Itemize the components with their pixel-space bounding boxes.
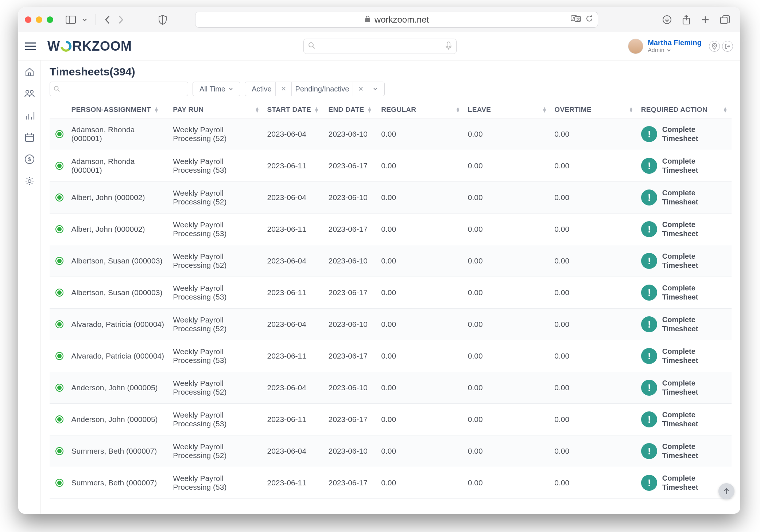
- global-search-input[interactable]: [303, 39, 457, 54]
- chip-remove-pending[interactable]: ✕: [353, 82, 369, 96]
- side-nav: $: [18, 60, 41, 514]
- share-icon[interactable]: [682, 15, 691, 25]
- svg-text:$: $: [28, 156, 31, 162]
- action-label-line1: Complete: [662, 157, 698, 166]
- nav-forward-icon[interactable]: [117, 15, 124, 25]
- user-name-link[interactable]: Martha Fleming: [648, 39, 702, 47]
- window-minimize-button[interactable]: [36, 16, 42, 23]
- required-action-link[interactable]: ! Complete Timesheet: [641, 220, 728, 238]
- logout-icon[interactable]: [722, 41, 733, 52]
- cell-leave: 0.00: [464, 277, 551, 309]
- nav-people-icon[interactable]: [23, 87, 36, 100]
- nav-settings-icon[interactable]: [23, 175, 36, 187]
- url-bar[interactable]: workzoom.net A文: [195, 12, 598, 28]
- table-row[interactable]: Anderson, John (000005) Weekly Payroll P…: [50, 372, 732, 404]
- table-row[interactable]: Albert, John (000002) Weekly Payroll Pro…: [50, 214, 732, 245]
- table-row[interactable]: Albertson, Susan (000003) Weekly Payroll…: [50, 245, 732, 277]
- cell-leave: 0.00: [464, 435, 551, 467]
- alert-icon: !: [641, 316, 657, 332]
- table-row[interactable]: Alvarado, Patricia (000004) Weekly Payro…: [50, 309, 732, 340]
- col-header-regular[interactable]: REGULAR▲▼: [377, 101, 464, 118]
- page-title: Timesheets(394): [50, 66, 732, 78]
- cell-person: Albertson, Susan (000003): [68, 245, 170, 277]
- action-label-line2: Timesheet: [662, 197, 698, 207]
- tabs-icon[interactable]: [720, 15, 730, 24]
- cell-overtime: 0.00: [551, 182, 637, 214]
- cell-overtime: 0.00: [551, 435, 637, 467]
- svg-point-18: [309, 43, 313, 47]
- table-row[interactable]: Adamson, Rhonda (000001) Weekly Payroll …: [50, 118, 732, 150]
- menu-toggle-button[interactable]: [23, 38, 39, 54]
- shield-icon[interactable]: [158, 15, 167, 25]
- col-header-end[interactable]: END DATE▲▼: [325, 101, 377, 118]
- scroll-to-top-button[interactable]: [718, 483, 734, 499]
- required-action-link[interactable]: ! Complete Timesheet: [641, 157, 728, 175]
- col-header-leave[interactable]: LEAVE▲▼: [464, 101, 551, 118]
- cell-end-date: 2023-06-17: [325, 404, 377, 435]
- cell-regular: 0.00: [377, 309, 464, 340]
- col-header-start[interactable]: START DATE▲▼: [264, 101, 325, 118]
- app-logo[interactable]: W RKZOOM: [47, 39, 132, 54]
- download-icon[interactable]: [662, 15, 672, 24]
- nav-money-icon[interactable]: $: [23, 153, 36, 165]
- reload-icon[interactable]: [585, 15, 593, 25]
- table-row[interactable]: Alvarado, Patricia (000004) Weekly Payro…: [50, 340, 732, 372]
- avatar[interactable]: [628, 39, 643, 54]
- alert-icon: !: [641, 253, 657, 269]
- cell-overtime: 0.00: [551, 277, 637, 309]
- required-action-link[interactable]: ! Complete Timesheet: [641, 315, 728, 333]
- user-role-dropdown[interactable]: Admin: [648, 47, 702, 54]
- required-action-link[interactable]: ! Complete Timesheet: [641, 125, 728, 143]
- cell-regular: 0.00: [377, 435, 464, 467]
- window-close-button[interactable]: [25, 16, 31, 23]
- microphone-icon[interactable]: [445, 41, 452, 51]
- table-row[interactable]: Albert, John (000002) Weekly Payroll Pro…: [50, 182, 732, 214]
- tab-dropdown-icon[interactable]: [82, 17, 88, 23]
- table-row[interactable]: Albertson, Susan (000003) Weekly Payroll…: [50, 277, 732, 309]
- required-action-link[interactable]: ! Complete Timesheet: [641, 442, 728, 460]
- time-filter-dropdown[interactable]: All Time: [193, 82, 240, 96]
- location-icon[interactable]: [709, 41, 720, 52]
- required-action-link[interactable]: ! Complete Timesheet: [641, 283, 728, 302]
- required-action-link[interactable]: ! Complete Timesheet: [641, 252, 728, 270]
- nav-calendar-icon[interactable]: [23, 131, 36, 144]
- cell-overtime: 0.00: [551, 118, 637, 150]
- required-action-link[interactable]: ! Complete Timesheet: [641, 188, 728, 207]
- action-label-line2: Timesheet: [662, 293, 698, 302]
- cell-start-date: 2023-06-11: [264, 214, 325, 245]
- status-chip-pending[interactable]: Pending/Inactive: [291, 82, 353, 96]
- table-row[interactable]: Anderson, John (000005) Weekly Payroll P…: [50, 404, 732, 435]
- nav-reports-icon[interactable]: [23, 109, 36, 122]
- col-header-person[interactable]: PERSON-ASSIGNMENT▲▼: [68, 101, 170, 118]
- required-action-link[interactable]: ! Complete Timesheet: [641, 379, 728, 397]
- sidebar-toggle-icon[interactable]: [66, 16, 76, 24]
- chip-remove-active[interactable]: ✕: [275, 82, 291, 96]
- required-action-link[interactable]: ! Complete Timesheet: [641, 474, 728, 492]
- col-header-overtime[interactable]: OVERTIME▲▼: [551, 101, 637, 118]
- cell-payrun: Weekly Payroll Processing (53): [169, 467, 263, 499]
- filter-search-input[interactable]: [50, 82, 188, 96]
- cell-leave: 0.00: [464, 214, 551, 245]
- required-action-link[interactable]: ! Complete Timesheet: [641, 347, 728, 365]
- cell-person: Albert, John (000002): [68, 182, 170, 214]
- col-header-payrun[interactable]: PAY RUN▲▼: [169, 101, 263, 118]
- status-chip-active[interactable]: Active: [248, 82, 275, 96]
- table-row[interactable]: Adamson, Rhonda (000001) Weekly Payroll …: [50, 150, 732, 182]
- nav-back-icon[interactable]: [104, 15, 111, 25]
- status-indicator-icon: [55, 415, 63, 423]
- action-label-line2: Timesheet: [662, 483, 698, 492]
- col-header-action[interactable]: REQUIRED ACTION▲▼: [637, 101, 732, 118]
- status-filter-more[interactable]: [369, 82, 381, 96]
- action-label-line2: Timesheet: [662, 134, 698, 143]
- required-action-link[interactable]: ! Complete Timesheet: [641, 410, 728, 429]
- table-row[interactable]: Summers, Beth (000007) Weekly Payroll Pr…: [50, 467, 732, 499]
- new-tab-icon[interactable]: [701, 15, 710, 24]
- action-label-line1: Complete: [662, 125, 698, 134]
- translate-icon[interactable]: A文: [571, 15, 581, 25]
- action-label-line1: Complete: [662, 410, 698, 419]
- sort-icon: ▲▼: [542, 107, 547, 112]
- svg-point-22: [714, 45, 715, 46]
- nav-home-icon[interactable]: [23, 66, 36, 78]
- window-maximize-button[interactable]: [47, 16, 53, 23]
- table-row[interactable]: Summers, Beth (000007) Weekly Payroll Pr…: [50, 435, 732, 467]
